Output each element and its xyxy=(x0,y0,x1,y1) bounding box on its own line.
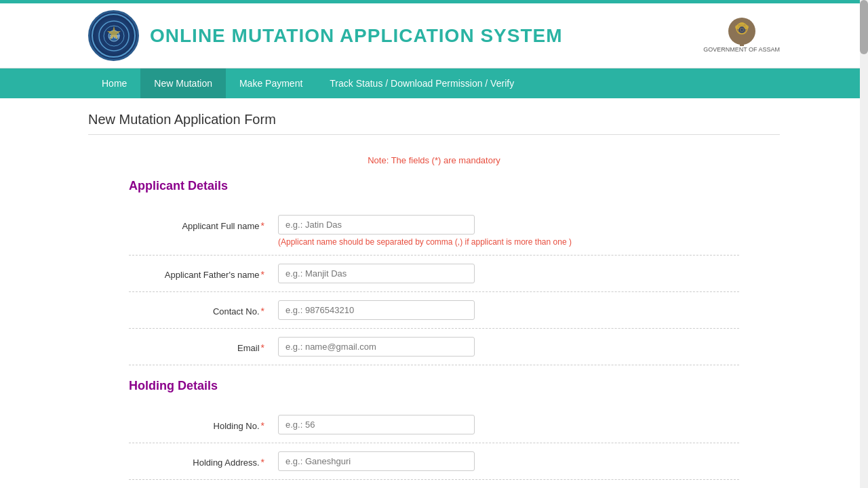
holding-address-wrapper xyxy=(278,451,739,471)
applicant-father-wrapper xyxy=(278,264,739,283)
nav-make-payment[interactable]: Make Payment xyxy=(226,68,316,98)
nav-track-status[interactable]: Track Status / Download Permission / Ver… xyxy=(316,68,528,98)
govt-label: GOVERNMENT OF ASSAM xyxy=(703,46,780,54)
applicant-father-row: Applicant Father's name* xyxy=(129,256,739,292)
contact-input[interactable] xyxy=(278,300,475,320)
holding-no-wrapper xyxy=(278,415,739,434)
svg-rect-4 xyxy=(740,35,744,46)
email-wrapper xyxy=(278,337,739,357)
contact-label: Contact No.* xyxy=(129,300,278,317)
main-content: New Mutation Application Form Note: The … xyxy=(0,98,868,488)
applicant-father-input[interactable] xyxy=(278,264,475,283)
required-star: * xyxy=(261,220,264,231)
required-star-2: * xyxy=(261,269,264,280)
holding-no-input[interactable] xyxy=(278,415,475,434)
page-title: New Mutation Application Form xyxy=(88,112,780,135)
email-label: Email* xyxy=(129,337,278,353)
required-star-4: * xyxy=(261,342,264,353)
contact-row: Contact No.* xyxy=(129,292,739,329)
holding-address-label: Holding Address.* xyxy=(129,451,278,468)
holding-no-label: Holding No.* xyxy=(129,415,278,431)
holding-address-row: Holding Address.* xyxy=(129,443,739,480)
required-star-3: * xyxy=(261,306,264,317)
header-left: असम ONLINE MUTATION APPLICATION SYSTEM xyxy=(88,10,563,61)
form-container: Note: The fields (*) are mandatory Appli… xyxy=(129,142,739,488)
required-star-6: * xyxy=(261,457,264,468)
applicant-fullname-input[interactable] xyxy=(278,215,475,235)
holding-no-row: Holding No.* xyxy=(129,407,739,443)
ward-row: Ward* xyxy=(129,480,739,488)
required-star-5: * xyxy=(261,420,264,431)
header: असम ONLINE MUTATION APPLICATION SYSTEM xyxy=(0,3,868,68)
email-input[interactable] xyxy=(278,337,475,357)
svg-point-10 xyxy=(739,22,745,26)
applicant-section-heading: Applicant Details xyxy=(129,179,739,193)
navbar: Home New Mutation Make Payment Track Sta… xyxy=(0,68,868,98)
applicant-fullname-wrapper: (Applicant name should be separated by c… xyxy=(278,215,739,247)
site-title: ONLINE MUTATION APPLICATION SYSTEM xyxy=(150,25,563,47)
applicant-father-label: Applicant Father's name* xyxy=(129,264,278,280)
contact-wrapper xyxy=(278,300,739,320)
nav-home[interactable]: Home xyxy=(88,68,140,98)
mandatory-note: Note: The fields (*) are mandatory xyxy=(129,155,739,165)
holding-section-heading: Holding Details xyxy=(129,379,739,393)
holding-address-input[interactable] xyxy=(278,451,475,471)
logo: असम xyxy=(88,10,139,61)
scrollbar-thumb[interactable] xyxy=(860,0,868,54)
applicant-fullname-row: Applicant Full name* (Applicant name sho… xyxy=(129,207,739,256)
applicant-fullname-label: Applicant Full name* xyxy=(129,215,278,231)
nav-new-mutation[interactable]: New Mutation xyxy=(140,68,226,98)
govt-logo: GOVERNMENT OF ASSAM xyxy=(703,18,780,54)
applicant-fullname-hint: (Applicant name should be separated by c… xyxy=(278,237,576,247)
scrollbar-track[interactable] xyxy=(860,0,868,488)
ashoka-emblem xyxy=(728,18,755,45)
email-row: Email* xyxy=(129,329,739,365)
